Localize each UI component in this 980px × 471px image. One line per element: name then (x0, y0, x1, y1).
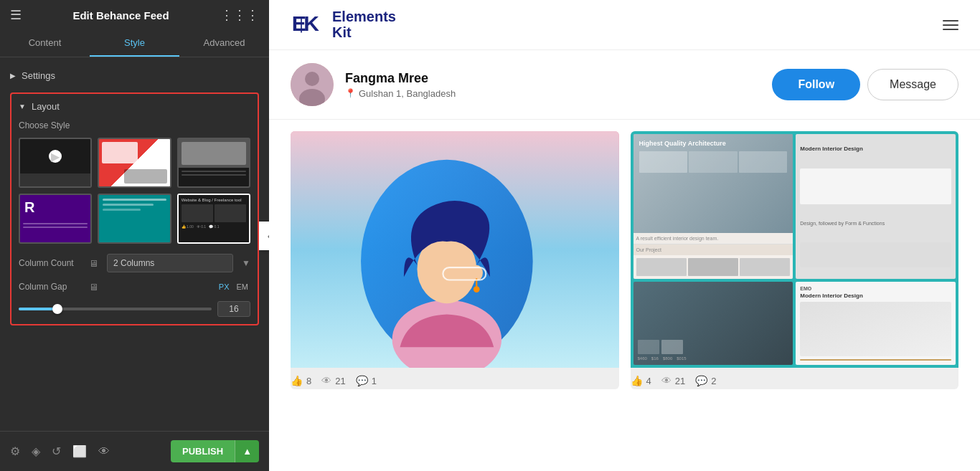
slider-thumb[interactable] (52, 304, 62, 314)
settings-arrow-icon: ▶ (10, 72, 16, 80)
select-chevron-icon: ▼ (242, 258, 250, 268)
grid-icon[interactable]: ⋮⋮⋮ (220, 7, 259, 23)
tab-style[interactable]: Style (90, 30, 179, 57)
style-thumb-6[interactable]: Website & Blog / Freelance tool 👍 1.00 👁… (177, 194, 250, 244)
tab-advanced[interactable]: Advanced (179, 30, 269, 57)
layout-header[interactable]: ▼ Layout (19, 101, 250, 112)
thumb4-label: R (20, 195, 90, 220)
tabs-row: Content Style Advanced (0, 30, 269, 57)
tab-content[interactable]: Content (0, 30, 90, 57)
style-grid: ▶ (19, 138, 250, 244)
like-count-1: 8 (306, 376, 311, 386)
column-count-select[interactable]: 2 Columns 1 Column 3 Columns 4 Columns (107, 254, 233, 272)
comments-1: 💬 1 (356, 375, 377, 386)
layers-icon[interactable]: ◈ (32, 444, 40, 458)
profile-location: 📍 Gulshan 1, Bangladesh (345, 88, 772, 99)
avatar (291, 63, 334, 106)
comments-2: 💬 2 (695, 375, 716, 386)
svg-point-12 (473, 286, 480, 292)
publish-button[interactable]: PUBLISH (171, 440, 235, 462)
sub-image-1: Highest Quality Architecture A result ef… (633, 134, 793, 279)
column-count-label: Column Count (19, 258, 83, 268)
like-icon-1: 👍 (291, 375, 303, 386)
monitor2-icon: 🖥 (89, 282, 98, 292)
like-icon-2: 👍 (631, 375, 643, 386)
view-count-2: 21 (675, 376, 685, 386)
feed-image-1 (291, 131, 619, 368)
layout-section: ▼ Layout Choose Style ▶ (10, 92, 259, 325)
likes-2: 👍 4 (631, 375, 651, 386)
gap-slider[interactable] (19, 302, 212, 316)
logo-text-1: Elements (332, 9, 396, 24)
feed-grid: 👍 8 👁 21 💬 1 Highest Quality Ar (269, 120, 980, 401)
comment-icon-2: 💬 (695, 375, 707, 386)
column-count-row: Column Count 🖥 2 Columns 1 Column 3 Colu… (19, 254, 250, 272)
em-unit[interactable]: EM (235, 281, 251, 292)
profile-section: Fangma Mree 📍 Gulshan 1, Bangladesh Foll… (269, 50, 980, 120)
choose-style-label: Choose Style (19, 120, 250, 130)
hamburger-icon[interactable]: ☰ (10, 7, 22, 23)
responsive-icon[interactable]: ⬜ (72, 444, 87, 458)
eye-icon[interactable]: 👁 (98, 445, 110, 458)
sub-image-2: Modern Interior Design Design, followed … (796, 134, 956, 279)
collapse-panel-button[interactable]: ‹ (259, 222, 269, 250)
feed-stats-2: 👍 4 👁 21 💬 2 (631, 368, 959, 389)
svg-point-4 (305, 72, 319, 86)
feed-image-2: Highest Quality Architecture A result ef… (631, 131, 959, 368)
style-thumb-2[interactable] (98, 138, 171, 188)
comment-icon-1: 💬 (356, 375, 368, 386)
column-gap-row: Column Gap 🖥 PX EM (19, 281, 250, 292)
message-button[interactable]: Message (867, 69, 958, 100)
top-bar: ☰ Edit Behance Feed ⋮⋮⋮ (0, 0, 269, 30)
style-thumb-1[interactable]: ▶ (19, 138, 92, 188)
view-count-1: 21 (335, 376, 345, 386)
play-icon: ▶ (49, 150, 62, 163)
logo-icon: E K (291, 11, 326, 39)
column-gap-label: Column Gap (19, 282, 83, 292)
like-count-2: 4 (646, 376, 651, 386)
follow-button[interactable]: Follow (772, 69, 860, 100)
right-panel: E K Elements Kit Fangma Mree (269, 0, 980, 471)
menu-line-2 (943, 24, 958, 26)
location-text: Gulshan 1, Bangladesh (359, 88, 456, 99)
comment-count-1: 1 (372, 376, 377, 386)
layout-label: Layout (32, 101, 60, 112)
view-icon-2: 👁 (661, 375, 672, 386)
header-menu-icon[interactable] (943, 20, 958, 30)
feed-item-2[interactable]: Highest Quality Architecture A result ef… (631, 131, 959, 389)
likes-1: 👍 8 (291, 375, 311, 386)
panel-title: Edit Behance Feed (72, 9, 169, 22)
panel-scroll: ▶ Settings ▼ Layout Choose Style ▶ (0, 57, 269, 471)
publish-group: PUBLISH ▲ (171, 440, 259, 462)
left-panel: ☰ Edit Behance Feed ⋮⋮⋮ Content Style Ad… (0, 0, 269, 471)
style-thumb-4[interactable]: R (19, 194, 92, 244)
logo: E K Elements Kit (291, 9, 396, 41)
settings-row[interactable]: ▶ Settings (10, 65, 259, 87)
profile-info: Fangma Mree 📍 Gulshan 1, Bangladesh (345, 71, 772, 99)
profile-name: Fangma Mree (345, 71, 772, 86)
settings-gear-icon[interactable]: ⚙ (10, 444, 20, 458)
style-thumb-3[interactable] (177, 138, 250, 188)
bottom-toolbar: ⚙ ◈ ↺ ⬜ 👁 PUBLISH ▲ (0, 431, 269, 471)
views-1: 👁 21 (321, 375, 345, 386)
style-thumb-5[interactable] (98, 194, 171, 244)
svg-text:K: K (303, 11, 319, 34)
sub-image-3: $460$16$800$015 (633, 282, 793, 366)
publish-dropdown-button[interactable]: ▲ (235, 440, 259, 462)
gap-units: PX EM (217, 281, 250, 292)
slider-row: 16 (19, 301, 250, 317)
feed-stats-1: 👍 8 👁 21 💬 1 (291, 368, 619, 389)
menu-line-3 (943, 29, 958, 30)
settings-label: Settings (22, 70, 55, 81)
profile-actions: Follow Message (772, 69, 958, 100)
sub-image-4: EMO Modern Interior Design (796, 282, 956, 366)
gap-value-input[interactable]: 16 (217, 301, 250, 317)
site-header: E K Elements Kit (269, 0, 980, 50)
views-2: 👁 21 (661, 375, 685, 386)
px-unit[interactable]: PX (217, 281, 232, 292)
comment-count-2: 2 (711, 376, 716, 386)
feed-item-1[interactable]: 👍 8 👁 21 💬 1 (291, 131, 619, 389)
menu-line-1 (943, 20, 958, 22)
history-icon[interactable]: ↺ (52, 444, 61, 458)
view-icon-1: 👁 (321, 375, 331, 386)
